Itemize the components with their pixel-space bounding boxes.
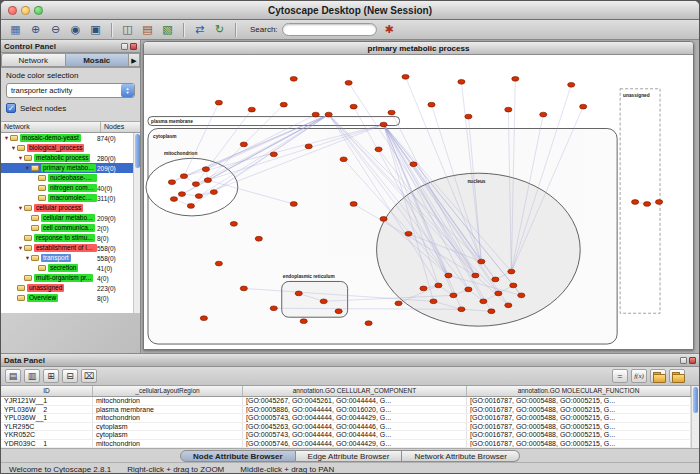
tab-mosaic[interactable]: Mosaic — [66, 53, 130, 67]
network-node[interactable] — [568, 82, 575, 87]
minimize-window-button[interactable] — [21, 6, 30, 15]
network-node[interactable] — [215, 100, 222, 105]
tree-column-network[interactable]: Network — [1, 122, 100, 132]
network-node[interactable] — [240, 286, 247, 291]
tree-row[interactable]: cell communica...2(0) — [1, 223, 133, 233]
network-node[interactable] — [195, 194, 202, 199]
table-scrollbar-thumb[interactable] — [693, 387, 698, 413]
expand-triangle-icon[interactable]: ▼ — [10, 145, 17, 151]
network-node[interactable] — [480, 299, 487, 304]
vizmapper-button[interactable]: ⇄ — [191, 22, 208, 38]
network-node[interactable] — [300, 319, 307, 324]
tree-column-nodes[interactable]: Nodes — [100, 122, 140, 132]
column-header[interactable]: _cellularLayoutRegion — [93, 386, 243, 396]
tab-network[interactable]: Network — [1, 53, 66, 67]
network-node[interactable] — [240, 142, 247, 147]
zoom-window-button[interactable] — [34, 6, 43, 15]
network-node[interactable] — [492, 277, 499, 282]
network-node[interactable] — [290, 76, 297, 81]
network-node[interactable] — [495, 291, 502, 296]
network-node[interactable] — [295, 291, 302, 296]
network-node[interactable] — [325, 112, 332, 117]
table-row[interactable]: YLR295Ccytoplasm[GO:0045263, GO:0044444,… — [1, 423, 691, 432]
tree-row[interactable]: macromolecule...311(0) — [1, 193, 133, 203]
tab-edge-attribute-browser[interactable]: Edge Attribute Browser — [296, 450, 403, 462]
table-row[interactable]: YJR121W__1mitochondrion[GO:0045267, GO:0… — [1, 397, 691, 406]
network-node[interactable] — [345, 80, 352, 85]
close-window-button[interactable] — [8, 6, 17, 15]
equation-builder-button[interactable]: = — [612, 369, 628, 383]
network-node[interactable] — [290, 202, 297, 207]
network-node[interactable] — [210, 190, 217, 195]
tree-scrollbar[interactable] — [133, 133, 140, 313]
network-node[interactable] — [510, 283, 517, 288]
expand-triangle-icon[interactable]: ▼ — [24, 165, 31, 171]
network-node[interactable] — [365, 321, 372, 326]
tree-row[interactable]: secretion41(0) — [1, 263, 133, 273]
tree-row[interactable]: cellular metabo...209(0) — [1, 213, 133, 223]
expand-triangle-icon[interactable]: ▼ — [3, 135, 10, 141]
tree-row[interactable]: ▼cellular process — [1, 203, 133, 213]
table-row[interactable]: YPL036W__2plasma membrane[GO:0005886, GO… — [1, 406, 691, 415]
tree-scrollbar-thumb[interactable] — [135, 134, 140, 168]
network-node[interactable] — [472, 273, 479, 278]
network-node[interactable] — [375, 147, 382, 152]
network-node[interactable] — [410, 162, 417, 167]
tree-row[interactable]: ▼transport558(0) — [1, 253, 133, 263]
network-node[interactable] — [450, 293, 457, 298]
hide-selected-button[interactable]: ◫ — [119, 22, 136, 38]
network-node[interactable] — [512, 76, 519, 81]
unselect-attributes-button[interactable]: ▥ — [24, 369, 40, 383]
table-row[interactable]: YPL036W__1mitochondrion[GO:0005743, GO:0… — [1, 414, 691, 423]
select-attributes-button[interactable]: ▤ — [5, 369, 21, 383]
delete-attribute-button[interactable]: ⊟ — [62, 369, 78, 383]
network-node[interactable] — [655, 200, 662, 205]
close-panel-icon[interactable] — [130, 43, 137, 50]
close-data-panel-icon[interactable] — [689, 357, 696, 364]
network-node[interactable] — [187, 204, 194, 209]
tree-row[interactable]: nucleobase-co... — [1, 173, 133, 183]
tree-row[interactable]: response to stimu...8(0) — [1, 233, 133, 243]
tree-row[interactable]: ▼primary metabo...209(0) — [1, 163, 133, 173]
network-node[interactable] — [488, 309, 495, 314]
tree-row[interactable]: ▼metabolic process280(0) — [1, 153, 133, 163]
network-node[interactable] — [204, 178, 211, 183]
new-network-from-selection-button[interactable]: ▤ — [139, 22, 156, 38]
network-node[interactable] — [428, 102, 435, 107]
network-node[interactable] — [215, 261, 222, 266]
function-builder-button[interactable]: f(x) — [631, 369, 647, 383]
network-node[interactable] — [580, 104, 587, 109]
expand-triangle-icon[interactable]: ▼ — [24, 255, 31, 261]
export-attributes-button[interactable] — [669, 369, 685, 383]
column-header[interactable]: ID — [1, 386, 93, 396]
network-node[interactable] — [350, 104, 357, 109]
expand-triangle-icon[interactable]: ▼ — [17, 155, 24, 161]
network-node[interactable] — [632, 200, 639, 205]
network-node[interactable] — [192, 182, 199, 187]
network-node[interactable] — [320, 299, 327, 304]
network-node[interactable] — [458, 79, 465, 84]
network-node[interactable] — [643, 202, 650, 207]
search-options-button[interactable]: ✱ — [381, 22, 398, 38]
session-button[interactable]: ▦ — [7, 22, 24, 38]
network-node[interactable] — [478, 259, 485, 264]
network-node[interactable] — [280, 102, 287, 107]
network-node[interactable] — [505, 107, 512, 112]
table-row[interactable]: YKR052Ccytoplasm[GO:0005743, GO:0044444,… — [1, 431, 691, 440]
column-header[interactable]: annotation.GO MOLECULAR_FUNCTION — [467, 386, 691, 396]
new-attribute-button[interactable]: ⊞ — [43, 369, 59, 383]
network-node[interactable] — [270, 306, 277, 311]
tree-row[interactable]: nitrogen compo...40(0) — [1, 183, 133, 193]
network-view-title[interactable]: primary metabolic process — [144, 42, 693, 55]
network-node[interactable] — [458, 307, 465, 312]
network-node[interactable] — [200, 316, 207, 321]
table-row[interactable]: YDR039C__1mitochondrion[GO:0005746, GO:0… — [1, 440, 691, 449]
column-header[interactable]: annotation.GO CELLULAR_COMPONENT — [243, 386, 467, 396]
tree-row[interactable]: multi-organism pr...4(0) — [1, 273, 133, 283]
window-titlebar[interactable]: Cytoscape Desktop (New Session) — [1, 1, 699, 20]
clear-attribute-button[interactable]: ⌧ — [81, 369, 97, 383]
annotation-button[interactable]: ▧ — [159, 22, 176, 38]
float-panel-icon[interactable] — [121, 43, 128, 50]
network-node[interactable] — [445, 273, 452, 278]
tree-row[interactable]: ▼establishment of lo...558(0) — [1, 243, 133, 253]
